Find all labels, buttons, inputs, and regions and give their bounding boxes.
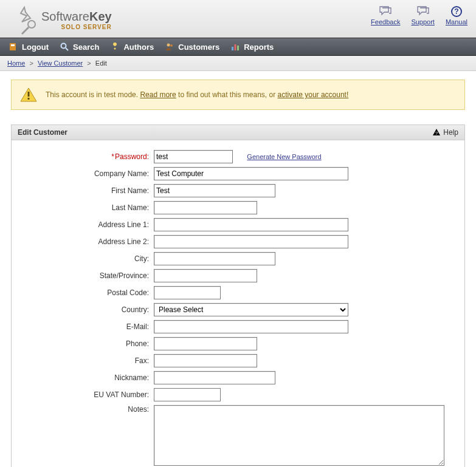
alert-read-more-link[interactable]: Read more [140,90,176,99]
label-first-name: First Name: [20,186,154,195]
phone-field[interactable] [154,337,257,350]
generate-password-link[interactable]: Generate New Password [247,153,321,160]
feedback-icon [379,6,392,17]
svg-rect-9 [235,44,236,50]
svg-rect-12 [28,98,30,100]
label-postal: Postal Code: [20,288,154,297]
authors-icon [110,42,120,52]
support-icon [416,6,430,17]
label-notes: Notes: [20,405,154,414]
label-password: Password: [20,152,154,161]
label-nickname: Nickname: [20,373,154,382]
label-fax: Fax: [20,356,154,365]
nav-customers[interactable]: Customers [165,42,219,52]
svg-point-5 [114,48,116,50]
manual-link[interactable]: ? Manual [446,6,467,26]
support-link[interactable]: Support [411,6,435,26]
topbar: SoftwareKey SOLO SERVER Feedback Support… [0,0,476,38]
address1-field[interactable] [154,218,348,231]
password-field[interactable] [154,150,233,163]
state-field[interactable] [154,269,257,282]
svg-point-0 [28,21,35,28]
brand-text: SoftwareKey [41,10,112,24]
label-email: E-Mail: [20,322,154,331]
warning-icon [20,87,37,102]
last-name-field[interactable] [154,201,257,214]
alert-text: This account is in test mode. Read more … [46,90,348,99]
help-icon: ? [451,6,462,17]
notes-field[interactable] [154,405,444,466]
breadcrumb-view-customer[interactable]: View Customer [38,60,83,67]
svg-text:?: ? [435,131,438,136]
customers-icon [165,42,174,52]
breadcrumb-current: Edit [95,60,107,67]
reports-icon [230,42,240,52]
label-addr1: Address Line 1: [20,220,154,229]
nav-logout[interactable]: Logout [9,42,49,52]
edit-customer-panel: Edit Customer ? Help Password: Generate … [11,124,465,467]
feedback-link[interactable]: Feedback [371,6,400,26]
city-field[interactable] [154,252,275,265]
label-city: City: [20,254,154,263]
label-country: Country: [20,305,154,314]
logo-mark-icon [9,4,40,35]
label-phone: Phone: [20,339,154,348]
panel-help-link[interactable]: ? Help [432,128,458,137]
address2-field[interactable] [154,235,348,248]
brand-subtitle: SOLO SERVER [41,24,112,30]
alert-activate-link[interactable]: activate your account! [278,90,349,99]
svg-rect-10 [237,46,239,50]
nav-reports[interactable]: Reports [230,42,274,52]
test-mode-alert: This account is in test mode. Read more … [11,80,465,110]
svg-rect-8 [232,47,233,50]
svg-point-6 [167,44,170,47]
svg-line-4 [66,48,68,50]
fax-field[interactable] [154,354,257,367]
label-last-name: Last Name: [20,203,154,212]
nav-search[interactable]: Search [60,42,99,52]
label-addr2: Address Line 2: [20,237,154,246]
svg-point-3 [61,44,66,49]
help-triangle-icon: ? [432,128,441,137]
first-name-field[interactable] [154,184,275,197]
logout-icon [9,42,18,52]
top-utility-links: Feedback Support ? Manual [371,4,467,26]
breadcrumb-home[interactable]: Home [7,60,25,67]
label-state: State/Province: [20,271,154,280]
panel-header: Edit Customer ? Help [12,125,464,140]
svg-rect-11 [28,92,30,97]
search-icon [60,42,69,52]
label-vat: EU VAT Number: [20,390,154,399]
main-nav: Logout Search Authors Customers Reports [0,38,476,56]
vat-field [154,388,221,401]
brand-logo: SoftwareKey SOLO SERVER [9,4,112,35]
nickname-field[interactable] [154,371,275,384]
label-company: Company Name: [20,169,154,178]
svg-rect-1 [10,43,16,50]
breadcrumb-separator: > [29,60,33,67]
breadcrumb-separator: > [87,60,91,67]
nav-authors[interactable]: Authors [110,42,154,52]
country-select[interactable]: Please Select [154,303,348,316]
svg-rect-2 [11,44,15,46]
breadcrumb: Home > View Customer > Edit [0,56,476,71]
company-field[interactable] [154,167,348,180]
panel-title: Edit Customer [18,128,67,137]
postal-field[interactable] [154,286,221,299]
email-field[interactable] [154,320,348,333]
svg-point-7 [170,44,173,47]
